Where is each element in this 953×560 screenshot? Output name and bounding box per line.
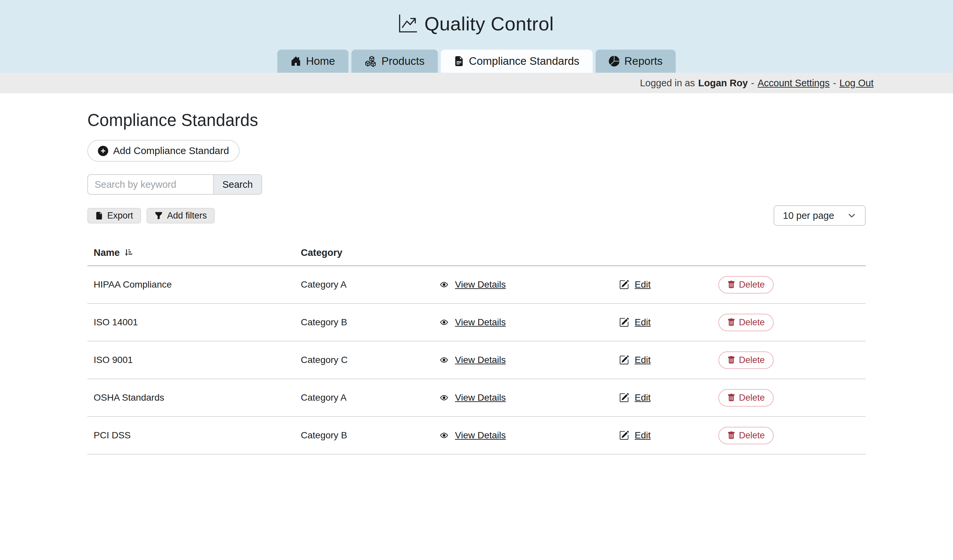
pie-chart-icon — [609, 56, 619, 67]
edit-link[interactable]: Edit — [635, 317, 650, 328]
account-settings-link[interactable]: Account Settings — [758, 78, 830, 88]
pencil-square-icon — [619, 393, 629, 403]
search-group: Search — [87, 174, 866, 195]
row-category: Category A — [301, 392, 439, 403]
add-button-label: Add Compliance Standard — [113, 145, 229, 156]
view-details-link[interactable]: View Details — [455, 392, 506, 403]
row-name: HIPAA Compliance — [87, 279, 301, 290]
table-row: PCI DSS Category B View Details Edit Del… — [87, 417, 866, 455]
trash-icon — [727, 280, 735, 289]
row-category: Category B — [301, 317, 439, 328]
tab-label: Reports — [624, 55, 663, 67]
delete-button[interactable]: Delete — [719, 314, 774, 331]
trash-icon — [727, 393, 735, 402]
app-header: Quality Control Home Products — [0, 0, 953, 73]
trash-icon — [727, 431, 735, 440]
trash-icon — [727, 356, 735, 364]
name-header-label: Name — [94, 247, 120, 258]
section-heading: Compliance Standards — [87, 110, 866, 130]
edit-link[interactable]: Edit — [635, 392, 650, 403]
category-column-header: Category — [301, 247, 439, 258]
per-page-select[interactable]: 10 per page — [774, 205, 866, 226]
trash-icon — [727, 318, 735, 326]
row-name: ISO 14001 — [87, 317, 301, 328]
delete-label: Delete — [739, 393, 765, 403]
pencil-square-icon — [619, 355, 629, 365]
add-filters-label: Add filters — [167, 210, 207, 221]
chart-line-icon — [399, 14, 417, 32]
view-details-link[interactable]: View Details — [455, 355, 506, 365]
delete-label: Delete — [739, 355, 765, 365]
eye-icon — [439, 356, 449, 364]
per-page-value: 10 per page — [783, 210, 834, 221]
delete-button[interactable]: Delete — [719, 276, 774, 294]
search-input[interactable] — [87, 174, 213, 195]
logged-in-text: Logged in as — [640, 78, 695, 88]
userbar: Logged in as Logan Roy - Account Setting… — [0, 73, 953, 93]
edit-link[interactable]: Edit — [635, 279, 650, 290]
chevron-down-icon — [847, 211, 856, 220]
search-button[interactable]: Search — [213, 174, 262, 195]
separator: - — [751, 78, 754, 88]
tab-home[interactable]: Home — [277, 50, 348, 73]
row-name: PCI DSS — [87, 430, 301, 441]
file-icon — [95, 211, 103, 220]
eye-icon — [439, 431, 449, 440]
page-title: Quality Control — [424, 12, 554, 35]
delete-label: Delete — [739, 280, 765, 290]
nav-tabs: Home Products Compliance Standards — [0, 50, 953, 73]
view-details-link[interactable]: View Details — [455, 317, 506, 328]
row-category: Category A — [301, 279, 439, 290]
row-category: Category B — [301, 430, 439, 441]
main-content: Compliance Standards Add Compliance Stan… — [0, 110, 953, 455]
standards-table: Name Category HIPAA Compliance Category … — [87, 240, 866, 455]
table-row: ISO 9001 Category C View Details Edit De… — [87, 342, 866, 379]
delete-button[interactable]: Delete — [719, 427, 774, 444]
delete-label: Delete — [739, 430, 765, 441]
toolbar: Export Add filters 10 per page — [87, 205, 866, 226]
log-out-link[interactable]: Log Out — [840, 78, 874, 88]
tab-products[interactable]: Products — [351, 50, 438, 73]
eye-icon — [439, 280, 449, 289]
view-details-link[interactable]: View Details — [455, 430, 506, 441]
tab-label: Products — [382, 55, 425, 67]
username: Logan Roy — [698, 78, 748, 88]
name-column-header[interactable]: Name — [87, 247, 301, 258]
toolbar-left: Export Add filters — [87, 208, 215, 223]
delete-label: Delete — [739, 317, 765, 328]
table-row: OSHA Standards Category A View Details E… — [87, 379, 866, 417]
separator: - — [833, 78, 836, 88]
delete-button[interactable]: Delete — [719, 351, 774, 369]
brand: Quality Control — [0, 10, 953, 37]
file-lines-icon — [454, 56, 464, 67]
eye-icon — [439, 318, 449, 326]
table-row: ISO 14001 Category B View Details Edit D… — [87, 304, 866, 342]
row-name: OSHA Standards — [87, 392, 301, 403]
view-details-link[interactable]: View Details — [455, 279, 506, 290]
add-compliance-standard-button[interactable]: Add Compliance Standard — [87, 140, 240, 162]
row-category: Category C — [301, 355, 439, 365]
pencil-square-icon — [619, 280, 629, 289]
eye-icon — [439, 393, 449, 402]
edit-link[interactable]: Edit — [635, 430, 650, 441]
delete-button[interactable]: Delete — [719, 389, 774, 407]
circle-plus-icon — [98, 146, 108, 156]
tab-reports[interactable]: Reports — [596, 50, 676, 73]
cubes-icon — [365, 56, 377, 67]
table-row: HIPAA Compliance Category A View Details… — [87, 266, 866, 304]
sort-icon — [123, 248, 133, 258]
tab-label: Compliance Standards — [469, 55, 579, 67]
pencil-square-icon — [619, 317, 629, 327]
tab-label: Home — [306, 55, 335, 67]
funnel-icon — [155, 212, 163, 220]
add-filters-button[interactable]: Add filters — [147, 208, 215, 223]
pencil-square-icon — [619, 430, 629, 440]
row-name: ISO 9001 — [87, 355, 301, 365]
edit-link[interactable]: Edit — [635, 355, 650, 365]
export-label: Export — [107, 210, 133, 221]
tab-compliance-standards[interactable]: Compliance Standards — [441, 50, 593, 73]
table-header-row: Name Category — [87, 240, 866, 266]
home-icon — [290, 56, 301, 67]
export-button[interactable]: Export — [87, 208, 141, 223]
